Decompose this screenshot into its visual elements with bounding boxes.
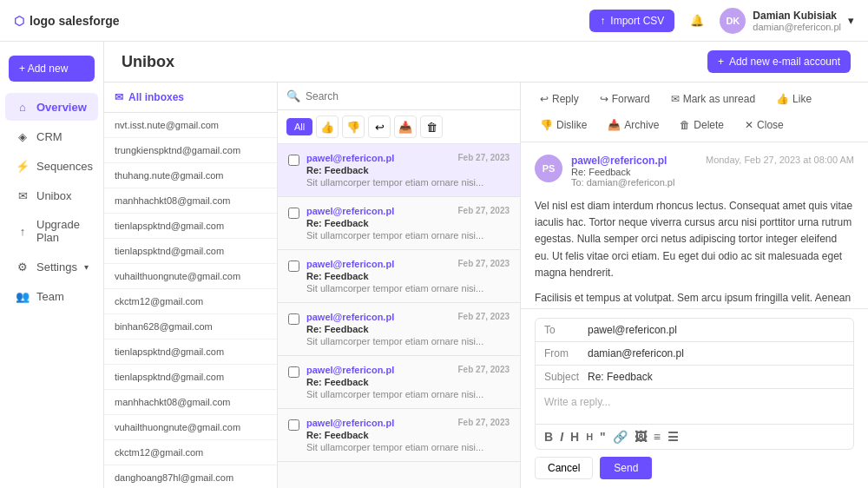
list-item[interactable]: nvt.isst.nute@gmail.com <box>104 113 277 138</box>
email-list-item[interactable]: pawel@refericon.pl Feb 27, 2023 Re: Feed… <box>278 197 520 250</box>
blockquote-icon[interactable]: " <box>600 430 606 444</box>
email-from: pawel@refericon.pl <box>306 259 394 269</box>
sidebar: + Add new ⌂ Overview ◈ CRM ⚡ Sequences ✉… <box>0 42 104 488</box>
list-item[interactable]: vuhailthuongnute@gmail.com <box>104 264 277 289</box>
list-item[interactable]: manhhachkt08@gmail.com <box>104 390 277 415</box>
email-preview: Sit ullamcorper tempor etiam ornare nisi… <box>306 283 510 293</box>
email-list-item[interactable]: pawel@refericon.pl Feb 27, 2023 Re: Feed… <box>278 250 520 303</box>
email-list-item[interactable]: pawel@refericon.pl Feb 27, 2023 Re: Feed… <box>278 303 520 356</box>
sidebar-item-unibox[interactable]: ✉ Unibox <box>5 181 98 209</box>
email-checkbox[interactable] <box>288 313 299 325</box>
all-inboxes-header[interactable]: ✉ All inboxes <box>104 82 277 113</box>
email-from: pawel@refericon.pl <box>306 153 394 163</box>
list-item[interactable]: binhan628@gmail.com <box>104 314 277 340</box>
search-input[interactable] <box>306 90 511 102</box>
unibox-outer: Unibox + Add new e-mail account ✉ All in… <box>104 42 868 488</box>
list-item[interactable]: tienlapspktnd@gmail.com <box>104 340 277 365</box>
list-item[interactable]: danghoang87hl@gmail.com <box>104 465 277 488</box>
sidebar-item-label: Upgrade Plan <box>36 218 88 244</box>
sidebar-item-label: Sequences <box>36 160 93 173</box>
email-date: Feb 27, 2023 <box>458 365 510 375</box>
unibox-header: Unibox + Add new e-mail account <box>104 42 868 82</box>
detail-date: Monday, Feb 27, 2023 at 08:00 AM <box>706 155 854 165</box>
filter-archive-button[interactable]: 📥 <box>394 115 417 138</box>
email-checkbox[interactable] <box>288 260 299 272</box>
email-preview: Sit ullamcorper tempor etiam ornare nisi… <box>306 389 510 399</box>
email-checkbox[interactable] <box>288 155 299 166</box>
email-list-item[interactable]: pawel@refericon.pl Feb 27, 2023 Re: Feed… <box>278 356 520 409</box>
sidebar-item-settings[interactable]: ⚙ Settings ▾ <box>5 253 98 280</box>
mark-unread-button[interactable]: ✉ Mark as unread <box>664 89 762 109</box>
forward-button[interactable]: ↪ Forward <box>593 89 657 109</box>
email-detail-body: PS pawel@refericon.pl Re: Feedback To: d… <box>521 142 868 308</box>
filter-redo-button[interactable]: ↩ <box>368 115 391 138</box>
close-button[interactable]: ✕ Close <box>738 115 791 135</box>
email-checkbox[interactable] <box>288 208 299 219</box>
bold-icon[interactable]: B <box>544 430 553 444</box>
sidebar-item-upgrade[interactable]: ↑ Upgrade Plan <box>5 211 98 251</box>
send-button[interactable]: Send <box>600 457 652 479</box>
unibox-inner: ✉ All inboxes nvt.isst.nute@gmail.com tr… <box>104 82 868 488</box>
reply-fields: To pawel@refericon.pl From damian@referi… <box>535 318 854 450</box>
list-item[interactable]: tienlapspktnd@gmail.com <box>104 239 277 264</box>
sidebar-item-team[interactable]: 👥 Team <box>5 282 98 310</box>
logo-text: logo salesforge <box>30 14 119 28</box>
sidebar-item-sequences[interactable]: ⚡ Sequences <box>5 152 98 180</box>
reply-to-field: To pawel@refericon.pl <box>536 319 853 342</box>
sidebar-item-label: Unibox <box>36 189 71 202</box>
heading2-icon[interactable]: H <box>586 432 593 442</box>
email-list-item[interactable]: pawel@refericon.pl Feb 27, 2023 Re: Feed… <box>278 144 520 197</box>
email-checkbox[interactable] <box>288 366 299 378</box>
chevron-down-icon: ▾ <box>84 262 89 272</box>
list-icon[interactable]: ≡ <box>654 430 661 444</box>
detail-action-bar: ↩ Reply ↪ Forward ✉ Mark as unread 👍 Lik… <box>521 82 868 142</box>
list-item[interactable]: ckctm12@gmail.com <box>104 289 277 314</box>
list-item[interactable]: trungkienspktnd@gamail.com <box>104 138 277 163</box>
heading-icon[interactable]: H <box>570 430 579 444</box>
delete-icon: 🗑 <box>680 119 690 131</box>
email-preview: Sit ullamcorper tempor etiam ornare nisi… <box>306 442 510 452</box>
filter-all-button[interactable]: All <box>286 118 312 135</box>
email-list-item[interactable]: pawel@refericon.pl Feb 27, 2023 Re: Feed… <box>278 409 520 462</box>
reply-body[interactable]: Write a reply... <box>536 389 853 424</box>
import-csv-button[interactable]: ↑ Import CSV <box>589 10 674 32</box>
sidebar-item-label: Team <box>36 290 64 303</box>
image-icon[interactable]: 🖼 <box>635 430 647 444</box>
sidebar-item-overview[interactable]: ⌂ Overview <box>5 93 98 121</box>
email-from: pawel@refericon.pl <box>306 418 394 428</box>
add-email-account-button[interactable]: + Add new e-mail account <box>707 50 851 73</box>
list-item[interactable]: tienlapspktnd@gmail.com <box>104 365 277 390</box>
user-name: Damian Kubisiak <box>753 10 841 22</box>
reply-actions: Cancel Send <box>535 457 854 479</box>
notifications-icon[interactable]: 🔔 <box>685 9 709 33</box>
detail-to: To: damian@refericon.pl <box>571 177 674 188</box>
reply-area: To pawel@refericon.pl From damian@referi… <box>521 308 868 488</box>
list-item[interactable]: thuhang.nute@gmail.com <box>104 163 277 188</box>
email-filter-bar: All 👍 👎 ↩ 📥 🗑 <box>278 110 520 144</box>
email-date: Feb 27, 2023 <box>458 206 510 216</box>
ordered-list-icon[interactable]: ☰ <box>667 430 679 444</box>
list-item[interactable]: ckctm12@gmail.com <box>104 440 277 465</box>
email-checkbox[interactable] <box>288 419 299 431</box>
list-item[interactable]: vuhailthuongnute@gmail.com <box>104 415 277 440</box>
italic-icon[interactable]: I <box>560 430 563 444</box>
filter-thumbs-down-button[interactable]: 👎 <box>342 115 365 138</box>
filter-trash-button[interactable]: 🗑 <box>420 115 443 138</box>
cancel-button[interactable]: Cancel <box>535 457 593 479</box>
sequences-icon: ⚡ <box>16 159 30 173</box>
link-icon[interactable]: 🔗 <box>613 430 628 444</box>
delete-button[interactable]: 🗑 Delete <box>673 115 731 135</box>
sidebar-item-crm[interactable]: ◈ CRM <box>5 122 98 150</box>
archive-button[interactable]: 📥 Archive <box>601 115 666 135</box>
add-new-button[interactable]: + Add new <box>9 56 95 82</box>
home-icon: ⌂ <box>16 100 30 114</box>
reply-button[interactable]: ↩ Reply <box>533 89 586 109</box>
list-item[interactable]: manhhachkt08@gmail.com <box>104 188 277 214</box>
team-icon: 👥 <box>16 289 30 303</box>
user-info[interactable]: DK Damian Kubisiak damian@refericon.pl ▾ <box>720 8 854 34</box>
filter-thumbs-up-button[interactable]: 👍 <box>316 115 339 138</box>
logo-icon: ⬡ <box>14 14 24 28</box>
list-item[interactable]: tienlapspktnd@gmail.com <box>104 214 277 239</box>
like-button[interactable]: 👍 Like <box>769 89 819 109</box>
dislike-button[interactable]: 👎 Dislike <box>533 115 594 135</box>
